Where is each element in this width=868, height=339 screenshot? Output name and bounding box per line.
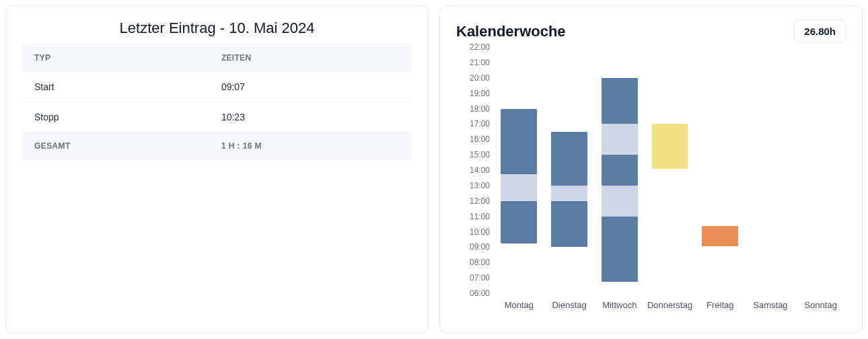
chart-segment (702, 226, 738, 246)
y-tick: 14:00 (470, 165, 490, 175)
chart-segment (551, 201, 587, 248)
x-label: Samstag (746, 293, 796, 316)
y-tick: 12:00 (470, 196, 490, 206)
week-total-badge: 26.80h (794, 20, 846, 43)
chart-segment (602, 124, 638, 155)
y-tick: 20:00 (470, 73, 490, 83)
week-chart: 06:0007:0008:0009:0010:0011:0012:0013:00… (456, 47, 846, 316)
table-row: Start09:07 (22, 72, 412, 102)
chart-segment (551, 132, 587, 186)
week-title: Kalenderwoche (456, 23, 566, 40)
chart-segment (602, 217, 638, 282)
x-label: Dienstag (544, 293, 595, 316)
y-tick: 15:00 (470, 150, 490, 159)
total-label: GESAMT (22, 132, 209, 160)
chart-column (544, 47, 595, 293)
total-value: 1 H : 16 M (209, 132, 412, 160)
last-entry-table: TYP ZEITEN Start09:07Stopp10:23 GESAMT 1… (22, 44, 412, 160)
chart-column (695, 47, 746, 293)
chart-segment (501, 201, 537, 243)
y-tick: 10:00 (470, 227, 490, 237)
last-entry-card: Letzter Eintrag - 10. Mai 2024 TYP ZEITE… (5, 5, 429, 334)
y-tick: 11:00 (470, 212, 490, 221)
chart-column (494, 47, 544, 293)
chart-plot (494, 47, 846, 293)
calendar-week-card: Kalenderwoche 26.80h 06:0007:0008:0009:0… (439, 5, 863, 334)
chart-segment (551, 186, 587, 201)
cell-zeit: 09:07 (209, 72, 412, 102)
cell-typ: Start (22, 72, 209, 102)
y-tick: 08:00 (470, 258, 490, 267)
table-row: Stopp10:23 (22, 102, 412, 133)
x-label: Freitag (695, 293, 746, 316)
y-tick: 13:00 (470, 181, 490, 190)
chart-yaxis: 06:0007:0008:0009:0010:0011:0012:0013:00… (456, 47, 494, 316)
cell-zeit: 10:23 (209, 102, 412, 133)
chart-segment (501, 109, 537, 174)
x-label: Mittwoch (594, 293, 645, 316)
chart-segment (602, 186, 638, 217)
y-tick: 22:00 (470, 42, 490, 52)
chart-column (746, 47, 796, 293)
x-label: Sonntag (795, 293, 846, 316)
y-tick: 09:00 (470, 242, 490, 252)
y-tick: 17:00 (470, 119, 490, 128)
cell-typ: Stopp (22, 102, 209, 133)
chart-segment (602, 155, 638, 186)
chart-xaxis: MontagDienstagMittwochDonnerstagFreitagS… (494, 293, 846, 316)
col-header-zeiten: ZEITEN (209, 44, 412, 72)
last-entry-title: Letzter Eintrag - 10. Mai 2024 (22, 20, 412, 37)
chart-column (795, 47, 846, 293)
x-label: Donnerstag (645, 293, 695, 316)
chart-column (645, 47, 695, 293)
y-tick: 18:00 (470, 104, 490, 114)
chart-segment (501, 174, 537, 201)
x-label: Montag (494, 293, 544, 316)
y-tick: 16:00 (470, 135, 490, 144)
y-tick: 06:00 (470, 289, 490, 298)
y-tick: 21:00 (470, 58, 490, 67)
col-header-typ: TYP (22, 44, 209, 72)
chart-segment (652, 124, 688, 168)
y-tick: 07:00 (470, 273, 490, 282)
y-tick: 19:00 (470, 89, 490, 98)
chart-column (594, 47, 645, 293)
chart-segment (602, 78, 638, 124)
